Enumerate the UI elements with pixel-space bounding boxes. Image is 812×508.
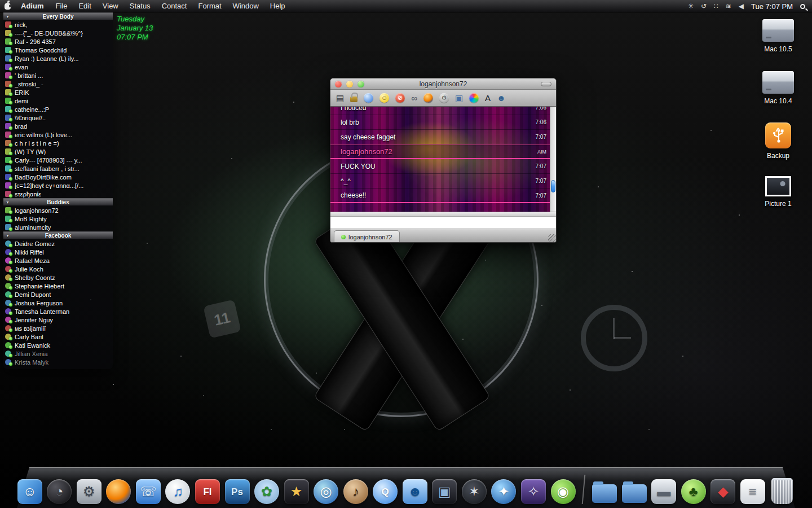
dock-folder-documents-icon[interactable] bbox=[621, 477, 647, 504]
buddy-item[interactable]: Jennifer Nguy bbox=[3, 316, 113, 324]
insert-link-icon[interactable]: ∞ bbox=[411, 94, 417, 102]
buddy-item[interactable]: Demi Dupont bbox=[3, 290, 113, 299]
menu-window[interactable]: Window bbox=[227, 0, 264, 12]
dock-firefox-icon[interactable] bbox=[106, 477, 132, 504]
buddy-item[interactable]: evan bbox=[3, 63, 113, 71]
buddy-item[interactable]: Tanesha Lanterman bbox=[3, 307, 113, 316]
buddy-item[interactable]: Jillian Xenia bbox=[3, 349, 113, 358]
menu-contact[interactable]: Contact bbox=[156, 0, 193, 12]
menu-adium[interactable]: Adium bbox=[15, 0, 50, 12]
buddy-item[interactable]: BadBoyDirtBike.com bbox=[3, 173, 113, 181]
desktop-icon-picture-1[interactable]: Picture 1 bbox=[751, 176, 805, 208]
dock-photo-booth-icon[interactable]: ✶ bbox=[461, 477, 487, 504]
buddy-item[interactable]: brad bbox=[3, 122, 113, 130]
buddy-item[interactable]: Kati Ewanick bbox=[3, 341, 113, 349]
buddy-item[interactable]: Rafael Meza bbox=[3, 256, 113, 265]
window-titlebar[interactable]: loganjohnson72 bbox=[330, 78, 556, 90]
time-machine-icon[interactable]: ↺ bbox=[701, 2, 707, 10]
dock-trash-icon[interactable] bbox=[770, 477, 796, 504]
buddy-item[interactable]: steffaani faaberr , i str... bbox=[3, 164, 113, 173]
buddy-item[interactable]: eric willms (L)i love... bbox=[3, 130, 113, 139]
spaces-icon[interactable]: ∷ bbox=[714, 2, 718, 10]
block-user-icon[interactable]: ⊘ bbox=[395, 93, 405, 103]
menu-edit[interactable]: Edit bbox=[73, 0, 96, 12]
group-header-facebook[interactable]: ▼Facebook bbox=[3, 231, 113, 239]
buddy-item[interactable]: Ryan :) Leanne (L) ily... bbox=[3, 54, 113, 63]
menu-clock[interactable]: Tue 7:07 PM bbox=[751, 2, 793, 11]
apple-menu[interactable] bbox=[0, 0, 15, 12]
buddy-item[interactable]: Deidre Gomez bbox=[3, 239, 113, 248]
dock-system-preferences-icon[interactable]: ⚙ bbox=[76, 477, 102, 504]
menu-status[interactable]: Status bbox=[124, 0, 156, 12]
buddy-item[interactable]: Nikki Riffel bbox=[3, 248, 113, 256]
user-profile-icon[interactable] bbox=[364, 93, 373, 103]
encryption-lock-icon[interactable] bbox=[350, 97, 358, 102]
airport-icon[interactable]: ≋ bbox=[726, 2, 731, 10]
menu-view[interactable]: View bbox=[97, 0, 124, 12]
contact-info-icon[interactable]: ▤ bbox=[336, 94, 344, 102]
message-input[interactable] bbox=[330, 216, 556, 229]
buddy-item[interactable]: nick, bbox=[3, 20, 113, 29]
dock-kart-game-icon[interactable]: ◆ bbox=[710, 477, 736, 504]
dock-itunes-icon[interactable]: ♫ bbox=[165, 477, 191, 504]
buddy-item[interactable]: ' brittani ... bbox=[3, 71, 113, 80]
group-header-every-body[interactable]: ▼Every Body bbox=[3, 12, 113, 20]
dock-photoshop-icon[interactable]: Ps bbox=[224, 477, 250, 504]
buddy-item[interactable]: (W) TY (W) bbox=[3, 147, 113, 156]
dock-dvd-player-icon[interactable]: ◎ bbox=[313, 477, 339, 504]
dock-folder-applications-icon[interactable] bbox=[592, 477, 617, 504]
desktop-icon-backup[interactable]: Backup bbox=[751, 122, 805, 160]
dock-telescope-icon[interactable]: ✧ bbox=[520, 477, 546, 504]
script-menu-icon[interactable]: ✳ bbox=[688, 2, 694, 10]
emoticon-icon[interactable]: ☺ bbox=[379, 93, 389, 103]
dock-dashboard-icon[interactable]: ◔ bbox=[46, 477, 72, 504]
buddy-item[interactable]: [c=12]hαγℓ eγ+αnnα...[/... bbox=[3, 181, 113, 190]
buddy-item[interactable]: Carly--- [4708903] --- y... bbox=[3, 156, 113, 164]
dock-web-page-icon[interactable]: ≡ bbox=[740, 477, 766, 504]
resize-grip[interactable] bbox=[548, 234, 556, 242]
buddy-item[interactable]: Stephanie Hiebert bbox=[3, 282, 113, 290]
dock-blue-creature-icon[interactable]: ✦ bbox=[491, 477, 517, 504]
dock-iphoto-icon[interactable]: ✿ bbox=[254, 477, 280, 504]
buddy-item[interactable]: ERIK bbox=[3, 88, 113, 97]
dock-green-app-icon[interactable]: ♣ bbox=[681, 477, 707, 504]
toolbar-toggle-button[interactable] bbox=[541, 82, 551, 86]
dock-quicktime-icon[interactable]: Q bbox=[372, 477, 398, 504]
menu-file[interactable]: File bbox=[50, 0, 73, 12]
buddy-item[interactable]: Raf - 296 4357 bbox=[3, 37, 113, 46]
dock-front-row-icon[interactable]: ▣ bbox=[432, 477, 458, 504]
group-header-buddies[interactable]: ▼Buddies bbox=[3, 198, 113, 206]
menu-help[interactable]: Help bbox=[264, 0, 291, 12]
dock-flash-icon[interactable]: Fl bbox=[195, 477, 220, 504]
buddy-item[interactable]: Shelby Coontz bbox=[3, 273, 113, 282]
dock-garageband-icon[interactable]: ♪ bbox=[343, 477, 369, 504]
dock-finder-icon[interactable]: ☺ bbox=[17, 477, 43, 504]
buddy-item[interactable]: _stroski_ - bbox=[3, 80, 113, 88]
dock-adium-icon[interactable]: ◉ bbox=[550, 477, 576, 504]
buddy-item[interactable]: Thomas Goodchild bbox=[3, 46, 113, 54]
dock-aim-buddies-icon[interactable]: ☻ bbox=[402, 477, 428, 504]
conversation-tab[interactable]: loganjohnson72 bbox=[334, 230, 400, 243]
buddy-item[interactable]: Krista Malyk bbox=[3, 358, 113, 366]
font-icon[interactable]: A bbox=[485, 94, 491, 102]
buddy-item[interactable]: ----{"_- DE-DUBB&&\%^} bbox=[3, 29, 113, 37]
dock-usb-drive-icon[interactable]: ▬ bbox=[651, 477, 677, 504]
file-transfer-icon[interactable]: ☻ bbox=[497, 94, 506, 102]
buddy-item[interactable]: Joshua Ferguson bbox=[3, 299, 113, 307]
menu-format[interactable]: Format bbox=[192, 0, 227, 12]
insert-image-icon[interactable]: ▣ bbox=[455, 94, 463, 102]
desktop-icon-mac-10-4[interactable]: Mac 10.4 bbox=[751, 71, 805, 105]
scrollbar-thumb[interactable] bbox=[551, 180, 555, 192]
gears-icon[interactable]: ⚙ bbox=[439, 93, 449, 103]
buddy-item[interactable]: aluminumcity bbox=[3, 223, 113, 231]
buddy-item[interactable]: loganjohnson72 bbox=[3, 206, 113, 214]
dock-ichat-icon[interactable]: ☏ bbox=[135, 477, 161, 504]
buddy-item[interactable]: Julie Koch bbox=[3, 265, 113, 273]
buddy-item[interactable]: \\€nrique//.. bbox=[3, 113, 113, 122]
buddy-item[interactable]: sτερђαnίε bbox=[3, 190, 113, 198]
buddy-item[interactable]: catheine...:P bbox=[3, 105, 113, 113]
buddy-item[interactable]: c h r i s t i n e =) bbox=[3, 139, 113, 147]
firefox-icon[interactable] bbox=[423, 93, 433, 103]
desktop-icon-mac-10-5[interactable]: Mac 10.5 bbox=[751, 19, 805, 53]
volume-icon[interactable]: ◀ bbox=[739, 2, 744, 10]
